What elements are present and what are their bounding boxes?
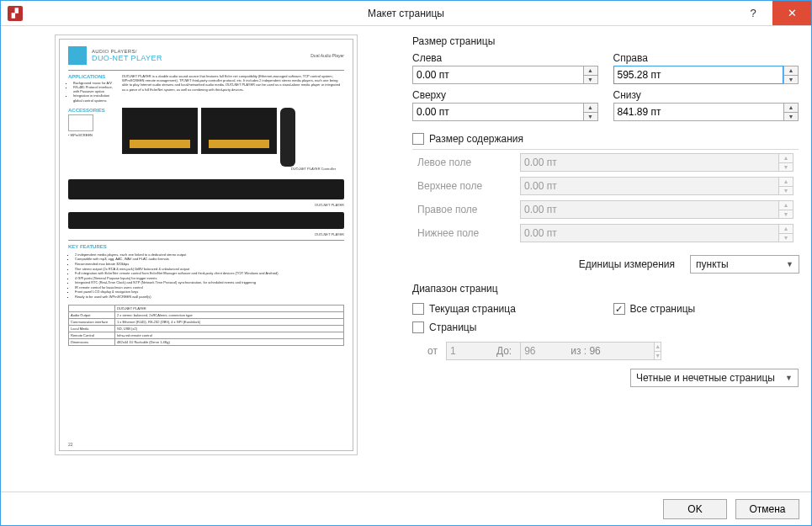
preview-sec-features: KEY FEATURES xyxy=(60,242,353,251)
units-value: пункты xyxy=(696,258,729,270)
bottom-label: Снизу xyxy=(613,89,799,101)
spin-down-icon[interactable]: ▼ xyxy=(783,75,799,85)
current-page-checkbox[interactable] xyxy=(412,303,424,315)
titlebar: ▞ Макет страницы ? ✕ xyxy=(1,1,811,26)
preview-rack-image xyxy=(68,212,344,229)
ok-button[interactable]: OK xyxy=(663,499,727,519)
left-label: Слева xyxy=(412,52,598,64)
window-controls: ? ✕ xyxy=(734,1,811,25)
pages-label: Страницы xyxy=(429,321,476,333)
preview-caption: DUO-NET PLAYER Controller xyxy=(122,167,344,173)
chevron-down-icon: ▼ xyxy=(785,374,793,382)
preview-screen-image xyxy=(201,108,277,154)
preview-accessory-code: • WPmSCREEN xyxy=(68,133,117,137)
help-button[interactable]: ? xyxy=(734,1,772,25)
spin-up-icon[interactable]: ▲ xyxy=(783,103,799,112)
preview-rack-image xyxy=(68,179,344,199)
preview-spec-table: DUO-NET PLAYER Audio Output2 x stereo: b… xyxy=(68,305,344,346)
content-size-label: Размер содержания xyxy=(429,133,523,145)
margin-top-input xyxy=(520,177,778,195)
bottom-input[interactable] xyxy=(613,103,784,121)
margin-bottom-input xyxy=(520,224,778,242)
preview-caption: DUO-NET PLAYER xyxy=(60,232,353,238)
margin-left-input xyxy=(520,153,778,172)
all-pages-label: Все страницы xyxy=(630,303,696,315)
chevron-down-icon: ▼ xyxy=(786,260,793,268)
spin-up-icon: ▲ xyxy=(778,153,793,162)
spin-down-icon: ▼ xyxy=(778,186,793,196)
to-label: До: xyxy=(496,345,512,357)
right-input[interactable] xyxy=(613,66,784,84)
right-label: Справа xyxy=(613,52,799,64)
top-input[interactable] xyxy=(412,103,583,121)
spin-down-icon: ▼ xyxy=(778,210,793,220)
parity-value: Четные и нечетные страницы xyxy=(636,372,775,384)
spin-up-icon[interactable]: ▲ xyxy=(583,66,598,75)
close-button[interactable]: ✕ xyxy=(772,1,811,25)
preview-page-number: 22 xyxy=(68,442,73,447)
spin-up-icon: ▲ xyxy=(778,177,793,186)
parity-select[interactable]: Четные и нечетные страницы ▼ xyxy=(630,369,799,387)
cancel-button[interactable]: Отмена xyxy=(735,499,799,519)
app-icon: ▞ xyxy=(8,6,23,21)
preview-pane: AUDIO PLAYERS/ DUO-NET PLAYER Dual Audio… xyxy=(13,35,400,488)
spin-down-icon[interactable]: ▼ xyxy=(583,112,598,122)
preview-logo xyxy=(68,46,87,65)
preview-page: AUDIO PLAYERS/ DUO-NET PLAYER Dual Audio… xyxy=(59,39,353,451)
spin-up-icon: ▲ xyxy=(778,200,793,210)
dialog-footer: OK Отмена xyxy=(1,491,811,525)
from-label: от xyxy=(427,345,438,357)
dialog-body: AUDIO PLAYERS/ DUO-NET PLAYER Dual Audio… xyxy=(1,26,811,491)
content-size-group: Размер содержания Левое поле ▲▼ Верхнее … xyxy=(411,130,799,247)
window-title: Макет страницы xyxy=(1,8,811,19)
preview-screen-image xyxy=(122,108,198,154)
preview-app-item: Integration in installation global contr… xyxy=(73,93,117,102)
preview-frame: AUDIO PLAYERS/ DUO-NET PLAYER Dual Audio… xyxy=(55,35,358,455)
units-label: Единицы измерения xyxy=(579,258,675,270)
units-select[interactable]: пункты ▼ xyxy=(690,255,799,274)
preview-feat-item: Ready to be used with WPmSCREEN wall pan… xyxy=(75,295,344,300)
preview-app-item: RS-485 Protocol interface, with Passover… xyxy=(73,85,117,93)
page-size-title: Размер страницы xyxy=(412,35,799,47)
pages-checkbox[interactable] xyxy=(412,321,424,333)
preview-features-list: 2 independent media players, each one li… xyxy=(75,252,344,300)
spin-up-icon: ▲ xyxy=(654,342,661,351)
preview-header-right: Dual Audio Player xyxy=(310,53,344,58)
margin-left-label: Левое поле xyxy=(417,157,510,168)
left-input[interactable] xyxy=(412,66,583,84)
content-size-checkbox[interactable] xyxy=(412,133,424,145)
margin-top-label: Верхнее поле xyxy=(417,180,510,192)
spin-down-icon[interactable]: ▼ xyxy=(583,75,598,85)
margin-bottom-label: Нижнее поле xyxy=(417,227,510,239)
preview-title: DUO-NET PLAYER xyxy=(92,54,162,62)
page-size-group: Размер страницы Слева ▲▼ Справа ▲▼ xyxy=(411,35,799,122)
spin-up-icon[interactable]: ▲ xyxy=(583,103,598,112)
spin-up-icon: ▲ xyxy=(778,224,793,233)
preview-remote-image xyxy=(280,108,295,167)
settings-pane: Размер страницы Слева ▲▼ Справа ▲▼ xyxy=(411,35,799,488)
preview-sec-applications: APPLICATIONS xyxy=(68,74,117,81)
margin-right-input xyxy=(520,200,778,219)
preview-sec-accessories: ACCESSORIES xyxy=(68,108,117,113)
spin-down-icon[interactable]: ▼ xyxy=(783,112,799,122)
spin-down-icon: ▼ xyxy=(654,351,661,361)
page-range-group: Диапазон страниц Текущая страница ✓ Все … xyxy=(411,282,799,388)
spin-down-icon: ▼ xyxy=(778,233,793,243)
current-page-label: Текущая страница xyxy=(429,303,516,315)
top-label: Сверху xyxy=(412,89,598,101)
margin-right-label: Правое поле xyxy=(417,204,510,215)
preview-body-text: DUO-NET PLAYER is a double audio sound s… xyxy=(122,74,344,103)
spin-down-icon: ▼ xyxy=(778,162,793,173)
preview-caption: DUO-NET PLAYER xyxy=(60,203,353,209)
preview-accessory-image xyxy=(68,114,93,131)
of-label: из : 96 xyxy=(571,345,601,357)
all-pages-checkbox[interactable]: ✓ xyxy=(613,303,625,315)
spin-up-icon[interactable]: ▲ xyxy=(783,66,799,75)
page-range-title: Диапазон страниц xyxy=(412,283,799,295)
